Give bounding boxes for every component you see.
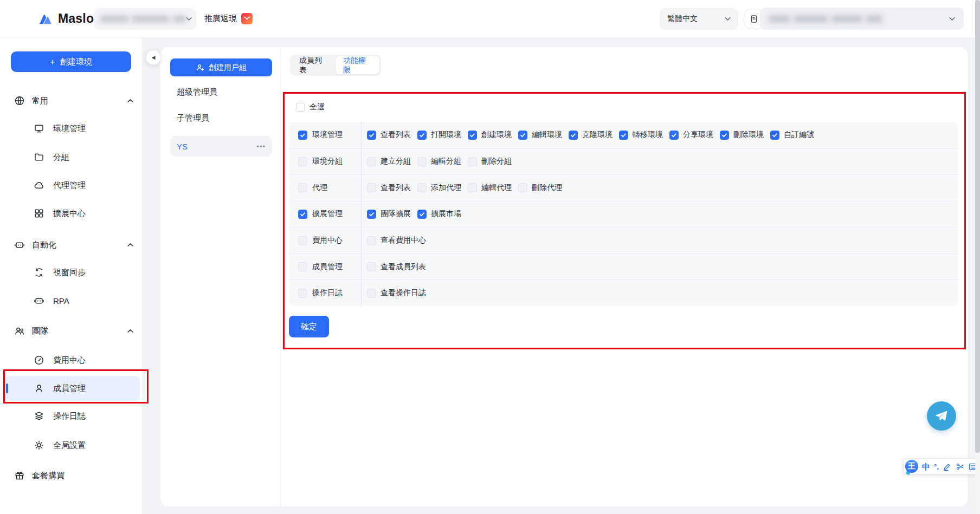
page-scrollbar-thumb[interactable] <box>975 0 980 453</box>
select-all-checkbox[interactable] <box>296 103 305 112</box>
sidebar-item-label: RPA <box>53 296 69 305</box>
create-user-group-button[interactable]: 創建用戶組 <box>170 58 272 76</box>
checkbox-checked[interactable] <box>298 210 307 219</box>
sidebar-item-environments[interactable]: 環境管理 <box>0 119 142 138</box>
ime-logo-icon[interactable]: 王 <box>905 460 918 473</box>
permission-category-cell: 費用中心 <box>289 227 362 253</box>
permission-item: 編輯代理 <box>468 183 512 193</box>
robot-icon <box>34 295 44 306</box>
gear-icon <box>34 440 44 451</box>
sidebar-item-label: 環境管理 <box>53 123 86 134</box>
sidebar-section-automation[interactable]: 自動化 <box>0 237 142 253</box>
checkbox-checked[interactable] <box>417 210 427 219</box>
telegram-button[interactable] <box>927 401 956 431</box>
permission-label: 分享環境 <box>683 130 713 140</box>
sidebar: + 創建環境 常用 環境管理 分組 <box>0 38 142 514</box>
group-item-sub-admin[interactable]: 子管理員 <box>170 110 272 126</box>
sidebar-item-label: 全局設置 <box>53 440 86 451</box>
chevron-up-icon <box>127 243 133 247</box>
checkbox-checked[interactable] <box>367 210 376 219</box>
page-scrollbar-track <box>975 0 980 514</box>
checkbox-unchecked[interactable] <box>367 262 376 271</box>
sidebar-item-proxies[interactable]: 代理管理 <box>0 175 142 195</box>
create-environment-button[interactable]: + 創建環境 <box>11 51 131 72</box>
checkbox-unchecked[interactable] <box>298 157 307 166</box>
checkbox-checked[interactable] <box>770 131 779 140</box>
checkbox-unchecked[interactable] <box>367 289 376 298</box>
checkbox-unchecked[interactable] <box>367 236 376 245</box>
checkbox-checked[interactable] <box>367 131 376 140</box>
permission-category-cell: 環境管理 <box>289 122 362 148</box>
checkbox-checked[interactable] <box>298 131 307 140</box>
checkbox-unchecked[interactable] <box>468 157 477 166</box>
sidebar-item-label: 擴展中心 <box>53 209 86 219</box>
user-account-selector[interactable] <box>760 8 964 30</box>
permission-item: 查看列表 <box>367 183 411 193</box>
robot-icon <box>14 239 25 250</box>
checkbox-checked[interactable] <box>619 131 628 140</box>
checkbox-unchecked[interactable] <box>298 289 307 298</box>
permission-items: 查看費用中心 <box>362 227 958 253</box>
document-icon <box>749 14 759 24</box>
sidebar-item-label: 費用中心 <box>53 355 86 366</box>
sidebar-item-groups[interactable]: 分組 <box>0 147 142 167</box>
permission-label: 刪除環境 <box>733 130 764 140</box>
tab-function-permissions[interactable]: 功能權限 <box>336 56 379 74</box>
workspace-selector[interactable] <box>94 8 196 30</box>
checkbox-checked[interactable] <box>669 131 679 140</box>
sidebar-item-member-management[interactable]: 成員管理 <box>5 376 140 401</box>
permission-category-label: 成員管理 <box>312 262 343 272</box>
group-item-super-admin[interactable]: 超級管理員 <box>170 84 272 100</box>
checkbox-checked[interactable] <box>468 131 477 140</box>
chevron-up-icon <box>127 99 133 103</box>
language-selector[interactable]: 繁體中文 <box>660 8 738 30</box>
sidebar-item-extension-center[interactable]: 擴展中心 <box>0 204 142 223</box>
permission-items: 查看操作日誌 <box>362 280 958 306</box>
checkbox-unchecked[interactable] <box>298 183 307 192</box>
permission-label: 查看費用中心 <box>381 236 426 245</box>
redacted-account-name <box>769 15 882 23</box>
checkbox-checked[interactable] <box>417 131 427 140</box>
select-all-label: 全選 <box>310 102 325 112</box>
more-options-icon[interactable]: ••• <box>256 142 266 151</box>
sidebar-item-operation-logs[interactable]: 操作日誌 <box>0 406 142 426</box>
sidebar-item-label: 操作日誌 <box>53 411 86 421</box>
globe-icon <box>14 95 25 106</box>
checkbox-unchecked[interactable] <box>298 236 307 245</box>
red-packet-icon <box>241 13 253 24</box>
permission-item: 刪除分組 <box>468 157 512 166</box>
chevron-down-icon <box>725 17 731 21</box>
sidebar-item-global-settings[interactable]: 全局設置 <box>0 435 142 455</box>
checkbox-unchecked[interactable] <box>367 157 376 166</box>
sidebar-collapse-button[interactable]: ◀ <box>146 50 161 65</box>
chevron-down-icon <box>949 17 955 21</box>
section-label: 自動化 <box>32 240 56 250</box>
group-item-ys-selected[interactable]: YS ••• <box>170 136 272 157</box>
checkbox-unchecked[interactable] <box>298 262 307 271</box>
maslogin-logo-icon <box>39 13 54 24</box>
sidebar-section-common[interactable]: 常用 <box>0 93 142 109</box>
ime-language-toggle[interactable]: 中 <box>922 463 930 471</box>
checkbox-unchecked[interactable] <box>367 183 376 192</box>
sidebar-section-team[interactable]: 團隊 <box>0 323 142 339</box>
checkbox-checked[interactable] <box>720 131 729 140</box>
checkbox-unchecked[interactable] <box>417 183 427 192</box>
checkbox-unchecked[interactable] <box>468 183 477 192</box>
checkbox-checked[interactable] <box>518 131 527 140</box>
pencil-icon[interactable] <box>943 462 952 471</box>
permission-row: 操作日誌查看操作日誌 <box>289 279 958 306</box>
promo-link[interactable]: 推廣返現 <box>204 13 253 24</box>
sidebar-item-window-sync[interactable]: 視窗同步 <box>0 263 142 282</box>
scissors-icon[interactable] <box>956 462 965 471</box>
confirm-button[interactable]: 確定 <box>289 316 329 337</box>
panel-divider <box>280 47 281 506</box>
sidebar-item-billing-center[interactable]: 費用中心 <box>0 350 142 370</box>
checkbox-unchecked[interactable] <box>518 183 527 192</box>
checkbox-unchecked[interactable] <box>417 157 427 166</box>
ime-punctuation-toggle[interactable]: °, <box>934 463 939 470</box>
checkbox-checked[interactable] <box>569 131 578 140</box>
tab-member-list[interactable]: 成員列表 <box>292 56 336 74</box>
permission-row: 成員管理查看成員列表 <box>289 253 958 280</box>
sidebar-item-plan-purchase[interactable]: 套餐購買 <box>0 467 142 484</box>
sidebar-item-rpa[interactable]: RPA <box>0 291 142 310</box>
